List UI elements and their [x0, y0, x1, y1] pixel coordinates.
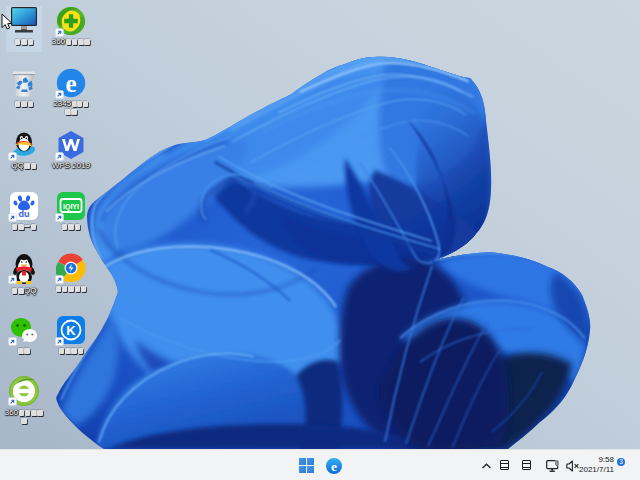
- svg-text:K: K: [66, 323, 76, 338]
- svg-text:iQIYI: iQIYI: [63, 203, 79, 211]
- svg-text:du: du: [19, 209, 30, 219]
- svg-text:e: e: [65, 70, 76, 97]
- svg-text:e: e: [331, 459, 337, 474]
